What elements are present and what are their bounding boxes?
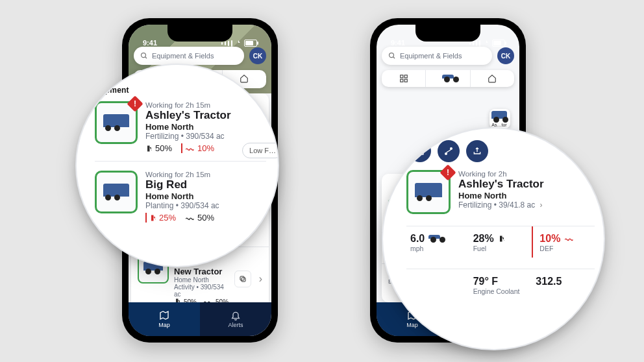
chevron-right-icon: › xyxy=(256,273,262,285)
equipment-field: Home North xyxy=(458,191,588,200)
search-placeholder: Equipment & Fields xyxy=(400,52,462,60)
svg-point-27 xyxy=(451,148,452,150)
signal-bar-icon xyxy=(473,42,474,45)
list-item[interactable]: Working for 2h 15m Big Red Home North Pl… xyxy=(95,162,266,230)
filter-chip[interactable]: Low F… xyxy=(242,143,278,158)
bottom-tabbar: Map Alerts xyxy=(129,302,271,336)
magnifier-equipment-detail: ✕ Working for 2h Ashley's Tractor Home N… xyxy=(383,128,604,349)
tractor-icon xyxy=(415,183,442,201)
wifi-icon xyxy=(234,40,242,46)
svg-line-19 xyxy=(393,57,395,59)
def-stat: 50% xyxy=(185,213,214,223)
tab-alerts-label: Alerts xyxy=(228,322,243,328)
search-input[interactable]: Equipment & Fields xyxy=(382,47,492,65)
equipment-name: Big Red xyxy=(145,178,266,191)
equipment-field: Home North xyxy=(145,191,266,201)
signal-bar-icon xyxy=(228,41,229,46)
copy-button[interactable] xyxy=(234,271,251,287)
tab-alerts[interactable]: Alerts xyxy=(200,302,271,336)
status-indicators xyxy=(221,40,257,47)
action-route-button[interactable] xyxy=(438,140,460,162)
fuel-icon xyxy=(498,235,506,243)
detail-header[interactable]: Working for 2h Ashley's Tractor Home Nor… xyxy=(406,170,588,214)
svg-point-0 xyxy=(142,53,146,58)
product-screenshots: 9:41 Equipment & Fields C xyxy=(0,0,644,362)
equipment-detail: Fertilizing • 390/534 ac xyxy=(145,132,266,141)
close-icon[interactable]: ✕ xyxy=(580,145,591,158)
battery-icon xyxy=(244,40,257,47)
tab-map[interactable]: Map xyxy=(129,302,200,336)
seg-grid-icon[interactable] xyxy=(382,70,425,87)
battery-icon xyxy=(492,40,505,47)
list-item[interactable]: Working for 2h 15m Ashley's Tractor Home… xyxy=(95,99,266,162)
equipment-name: Ashley's Tractor xyxy=(145,109,266,122)
equipment-status: Working for 2h 15m xyxy=(145,101,266,109)
equipment-detail: Fertilizing • 39/41.8 ac › xyxy=(458,200,588,210)
def-icon xyxy=(564,235,575,242)
metric-cell: 6.0 mph xyxy=(406,226,469,258)
metric-cell: 79° FEngine Coolant xyxy=(469,269,532,300)
equipment-name: New Tractor xyxy=(174,267,229,276)
tractor-icon xyxy=(442,75,454,82)
user-avatar[interactable]: CK xyxy=(249,47,266,64)
metric-cell: 312.5 xyxy=(532,269,595,300)
svg-rect-10 xyxy=(240,276,244,280)
equipment-field: Home North xyxy=(145,122,266,132)
signal-bar-icon xyxy=(225,42,226,45)
seg-tractor-icon[interactable] xyxy=(425,70,469,87)
fuel-stat: 50% xyxy=(145,143,172,153)
view-segmented-control[interactable] xyxy=(382,70,514,87)
svg-line-1 xyxy=(145,57,147,59)
status-time: 9:41 xyxy=(143,39,157,47)
signal-bar-icon xyxy=(469,42,471,45)
action-share-button[interactable] xyxy=(466,140,488,162)
svg-rect-22 xyxy=(400,79,402,82)
signal-bar-icon xyxy=(221,42,223,45)
fuel-icon xyxy=(145,145,153,152)
tractor-icon xyxy=(103,184,129,200)
map-equipment-marker[interactable]: As…tor xyxy=(489,109,510,128)
svg-point-18 xyxy=(390,53,394,58)
search-icon xyxy=(388,52,396,60)
magnifier-equipment-list: …ipment Working for 2h 15m Ashley's Trac… xyxy=(77,65,278,266)
search-input[interactable]: Equipment & Fields xyxy=(134,47,244,65)
tractor-icon xyxy=(103,114,129,131)
panel-title: …ipment xyxy=(95,86,266,95)
equipment-status: Working for 2h 15m xyxy=(145,171,266,178)
svg-rect-23 xyxy=(404,79,407,82)
phone-notch xyxy=(415,25,480,42)
svg-rect-11 xyxy=(242,278,245,282)
marker-label: As…tor xyxy=(491,123,506,127)
status-time: 9:41 xyxy=(391,39,405,47)
user-avatar[interactable]: CK xyxy=(497,47,514,64)
fuel-icon xyxy=(149,214,157,222)
tab-map-label: Map xyxy=(406,322,418,328)
svg-point-26 xyxy=(445,153,447,155)
equipment-detail: Planting • 390/534 ac xyxy=(145,201,266,210)
wifi-icon xyxy=(482,40,490,46)
def-icon xyxy=(185,215,195,221)
equipment-thumb xyxy=(95,171,138,213)
metric-cell: 28% Fuel xyxy=(469,226,532,258)
signal-bar-icon xyxy=(231,40,232,47)
search-icon xyxy=(140,52,148,60)
signal-bar-icon xyxy=(476,41,477,46)
def-icon xyxy=(185,145,195,152)
search-placeholder: Equipment & Fields xyxy=(152,52,214,60)
status-indicators xyxy=(469,40,505,47)
equipment-thumb xyxy=(95,101,138,144)
signal-bar-icon xyxy=(479,40,480,47)
equipment-status: Working for 2h xyxy=(458,170,588,178)
equipment-field: Home North xyxy=(174,276,229,284)
chevron-right-icon: › xyxy=(538,200,543,210)
tab-map-label: Map xyxy=(158,322,170,328)
phone-notch xyxy=(167,25,232,42)
fuel-stat: 25% xyxy=(145,213,176,223)
equipment-name: Ashley's Tractor xyxy=(458,178,588,191)
tractor-icon xyxy=(491,111,507,123)
svg-rect-20 xyxy=(400,75,402,78)
seg-home-icon[interactable] xyxy=(470,70,514,87)
def-stat: 10% xyxy=(181,143,214,153)
metric-cell: 10% DEF xyxy=(532,226,595,258)
equipment-detail: Activity • 390/534 ac xyxy=(174,284,229,298)
